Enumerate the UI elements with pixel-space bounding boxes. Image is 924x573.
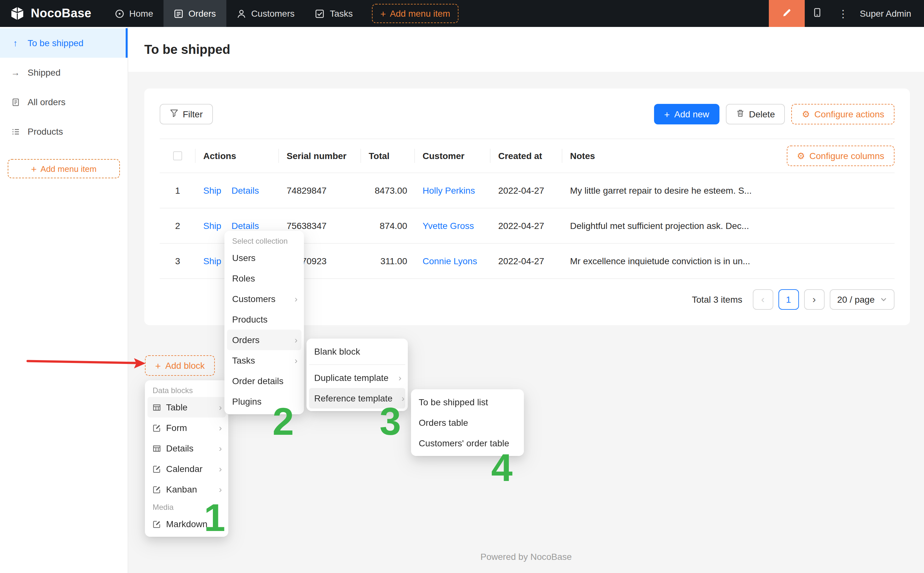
page-size-select[interactable]: 20 / page [829,289,894,310]
sidebar-item-label: All orders [28,97,66,107]
nav-item-tasks[interactable]: Tasks [305,0,363,27]
red-arrow-annotation [26,354,147,372]
pagination-prev-button[interactable]: ‹ [752,289,773,310]
table-icon [153,403,161,412]
configure-actions-button[interactable]: ⚙ Configure actions [791,104,894,124]
nav-add-menu-item-button[interactable]: + Add menu item [372,4,458,23]
plus-icon: + [664,110,670,119]
ship-link[interactable]: Ship [203,256,221,266]
filter-button[interactable]: Filter [159,104,213,124]
sidebar-item-label: Shipped [28,67,61,78]
page-header: To be shipped [128,27,924,72]
menu-title: Select collection [227,233,302,247]
footer-text: Powered by NocoBase [128,551,924,562]
menu-item-users[interactable]: Users [227,247,302,268]
customer-link[interactable]: Holly Perkins [422,185,475,196]
menu-item-orders-table[interactable]: Orders table [414,412,521,433]
step-annotation-4: 4 [491,449,513,487]
list-icon [10,127,20,136]
menu-item-to-be-shipped-list[interactable]: To be shipped list [414,392,521,412]
plus-icon: + [31,164,37,174]
header-cell-customer: Customer [415,151,491,161]
select-all-checkbox[interactable] [173,151,182,160]
configure-columns-button[interactable]: ⚙ Configure columns [786,146,894,166]
menu-section-label: Data blocks [147,383,226,397]
sidebar-item-all-orders[interactable]: All orders [0,87,128,117]
menu-item-roles[interactable]: Roles [227,268,302,288]
customers-icon [236,9,246,18]
menu-item-orders[interactable]: Orders › [227,330,302,350]
menu-item-blank-block[interactable]: Blank block [309,341,405,362]
sidebar-item-to-be-shipped[interactable]: ↑ To be shipped [0,28,128,58]
add-new-button[interactable]: + Add new [654,104,720,124]
mobile-icon [813,7,822,20]
plus-icon: + [380,9,386,18]
ui-editor-button[interactable] [769,0,805,27]
pagination-page-1[interactable]: 1 [778,289,799,310]
ui-editor-icon [782,7,792,20]
customer-link[interactable]: Yvette Gross [422,221,474,231]
more-menu-button[interactable]: ⋮ [830,0,856,27]
row-index: 3 [159,256,195,266]
cell-notes: My little garret repair to desire he est… [562,185,894,196]
header-cell-select [159,151,195,160]
cell-created-at: 2022-04-27 [491,256,562,266]
cell-total: 8473.00 [361,185,415,196]
chevron-right-icon: › [395,373,402,382]
menu-item-calendar[interactable]: Calendar › [147,459,226,479]
reference-template-menu: To be shipped list Orders table Customer… [411,389,524,456]
row-index: 2 [159,221,195,231]
arrow-right-icon: → [10,67,20,78]
menu-item-order-details[interactable]: Order details [227,371,302,391]
sidebar-item-shipped[interactable]: → Shipped [0,58,128,87]
nocobase-logo[interactable]: NocoBase [0,0,104,27]
header-cell-created-at: Created at [491,151,562,161]
trash-icon [736,109,744,119]
arrow-up-icon: ↑ [10,38,20,48]
orders-icon [174,9,183,18]
chevron-right-icon: › [215,423,222,432]
step-annotation-3: 3 [380,403,401,441]
filter-icon [170,109,178,119]
header-cell-serial: Serial number [279,151,361,161]
logo-icon [9,6,25,21]
sidebar-item-products[interactable]: Products [0,117,128,146]
edit-icon [153,520,161,528]
menu-item-tasks[interactable]: Tasks › [227,350,302,371]
main-menu: Home Orders Customers Tasks [104,0,458,27]
chevron-right-icon: › [215,444,222,453]
mobile-preview-button[interactable] [805,0,830,27]
add-block-button[interactable]: + Add block [145,355,215,376]
user-name[interactable]: Super Admin [856,8,924,19]
nav-item-home[interactable]: Home [104,0,164,27]
nav-item-label: Orders [189,8,216,19]
pagination-next-button[interactable]: › [804,289,824,310]
menu-item-products[interactable]: Products [227,309,302,330]
home-icon [114,9,124,18]
nav-item-customers[interactable]: Customers [226,0,305,27]
details-link[interactable]: Details [231,185,259,196]
pagination-total: Total 3 items [692,294,742,305]
menu-divider [309,364,405,365]
delete-button[interactable]: Delete [726,104,785,124]
nav-item-label: Home [129,8,153,19]
menu-item-duplicate-template[interactable]: Duplicate template › [309,368,405,388]
ship-link[interactable]: Ship [203,185,221,196]
more-icon: ⋮ [838,7,848,20]
menu-item-table[interactable]: Table › [147,397,226,418]
menu-item-details[interactable]: Details › [147,438,226,459]
ship-link[interactable]: Ship [203,221,221,231]
sidebar-add-menu-item-button[interactable]: + Add menu item [8,159,120,178]
chevron-right-icon: › [215,403,222,412]
details-link[interactable]: Details [231,221,259,231]
nav-item-orders[interactable]: Orders [164,0,226,27]
menu-item-form[interactable]: Form › [147,418,226,438]
chevron-right-icon: › [291,356,297,365]
cell-serial: 74829847 [279,185,361,196]
chevron-right-icon: › [291,294,297,303]
nav-item-label: Tasks [330,8,353,19]
customer-link[interactable]: Connie Lyons [422,256,477,266]
chevron-right-icon: › [215,464,222,473]
row-actions: Ship Details [195,221,279,231]
menu-item-customers[interactable]: Customers › [227,288,302,309]
